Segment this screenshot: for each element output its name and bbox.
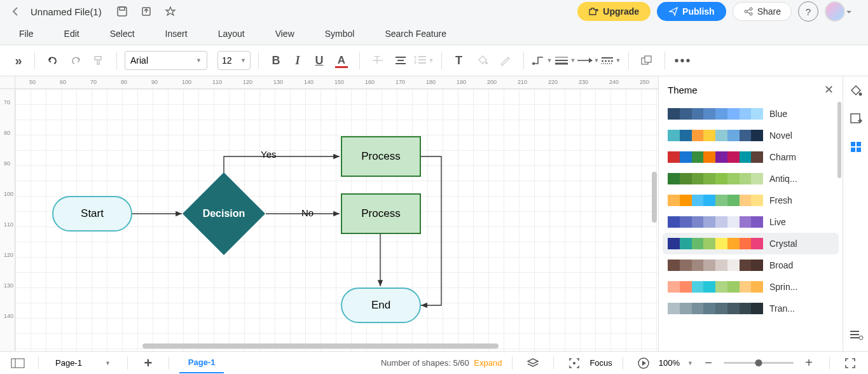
theme-item-label: Charm — [769, 152, 796, 162]
close-icon[interactable]: ✕ — [824, 83, 834, 97]
share-button[interactable]: Share — [733, 2, 792, 21]
theme-item-tran[interactable]: Tran... — [663, 298, 839, 319]
zoom-slider[interactable] — [724, 362, 794, 364]
vertical-scrollbar[interactable] — [652, 172, 657, 223]
font-color-button[interactable]: A — [331, 50, 352, 71]
svg-point-3 — [745, 10, 747, 13]
arrow-style-button[interactable]: ▼ — [577, 50, 598, 71]
theme-item-broad[interactable]: Broad — [663, 254, 839, 276]
theme-item-novel[interactable]: Novel — [663, 125, 839, 146]
menu-layout[interactable]: Layout — [218, 29, 245, 39]
more-button[interactable]: ••• — [673, 50, 693, 71]
theme-item-blue[interactable]: Blue — [663, 103, 839, 125]
export-icon[interactable] — [140, 5, 153, 18]
shape-process-1[interactable]: Process — [341, 136, 421, 177]
menu-insert[interactable]: Insert — [165, 29, 188, 39]
save-icon[interactable] — [116, 5, 128, 18]
undo-button[interactable] — [43, 50, 63, 71]
line-weight-button[interactable]: ▼ — [555, 50, 575, 71]
apps-icon[interactable] — [848, 139, 864, 155]
upgrade-button[interactable]: Upgrade — [577, 2, 651, 21]
fullscreen-icon[interactable] — [840, 353, 860, 373]
presentation-icon[interactable] — [633, 353, 654, 373]
list-settings-icon[interactable] — [848, 327, 864, 343]
menu-file[interactable]: File — [19, 29, 34, 39]
shape-start[interactable]: Start — [52, 196, 132, 232]
svg-point-4 — [750, 8, 752, 10]
shape-process-2[interactable]: Process — [341, 193, 421, 234]
add-page-button[interactable]: + — [138, 353, 158, 373]
theme-item-crystal[interactable]: Crystal — [663, 233, 839, 254]
theme-item-label: Broad — [769, 260, 793, 270]
focus-icon[interactable] — [564, 353, 584, 373]
theme-item-label: Live — [769, 217, 786, 227]
theme-item-fresh[interactable]: Fresh — [663, 190, 839, 211]
theme-item-charm[interactable]: Charm — [663, 146, 839, 168]
redo-button[interactable] — [65, 50, 86, 71]
theme-item-live[interactable]: Live — [663, 211, 839, 233]
back-button[interactable] — [8, 4, 23, 19]
layers-icon[interactable] — [523, 353, 543, 373]
menu-view[interactable]: View — [275, 29, 294, 39]
shape-end[interactable]: End — [341, 287, 421, 323]
svg-point-41 — [573, 362, 575, 364]
expand-link[interactable]: Expand — [474, 358, 502, 368]
svg-rect-39 — [11, 359, 24, 368]
page-dropdown[interactable]: Page-1▼ — [49, 356, 117, 370]
line-spacing-button[interactable]: ▼ — [413, 50, 434, 71]
user-avatar[interactable] — [825, 1, 845, 22]
menu-select[interactable]: Select — [110, 29, 135, 39]
svg-rect-31 — [851, 142, 855, 146]
svg-rect-33 — [851, 148, 855, 152]
svg-point-29 — [858, 93, 862, 96]
export-settings-icon[interactable] — [848, 111, 864, 127]
theme-item-label: Fresh — [769, 195, 792, 205]
font-family-select[interactable]: Arial▼ — [125, 51, 207, 70]
connector-style-button[interactable]: ▼ — [532, 50, 552, 71]
menu-search-feature[interactable]: Search Feature — [385, 29, 446, 39]
line-color-button[interactable] — [495, 50, 516, 71]
svg-point-15 — [485, 62, 488, 64]
svg-rect-1 — [120, 7, 125, 10]
theme-item-label: Novel — [769, 130, 792, 141]
theme-item-sprin[interactable]: Sprin... — [663, 276, 839, 298]
expand-panel-button[interactable]: » — [6, 50, 27, 71]
pages-panel-icon[interactable] — [8, 353, 28, 373]
svg-text:T: T — [455, 54, 462, 67]
filename[interactable]: Unnamed File(1) — [31, 6, 102, 17]
horizontal-scrollbar[interactable] — [142, 343, 499, 349]
zoom-out-button[interactable]: − — [698, 353, 719, 373]
zoom-value[interactable]: 100% — [659, 358, 680, 368]
page-tab-1[interactable]: Page-1 — [179, 352, 224, 373]
edge-label-yes: Yes — [261, 149, 276, 160]
strikethrough-button[interactable]: T — [368, 50, 388, 71]
align-button[interactable] — [390, 50, 411, 71]
bold-button[interactable]: B — [266, 50, 286, 71]
line-dash-button[interactable]: ▼ — [600, 50, 621, 71]
text-tool-button[interactable]: T — [450, 50, 470, 71]
underline-button[interactable]: U — [310, 50, 329, 71]
publish-label: Publish — [682, 6, 715, 17]
bottom-bar: Page-1▼ + Page-1 Number of shapes: 5/60 … — [0, 351, 868, 374]
fill-color-button[interactable] — [472, 50, 493, 71]
font-size-select[interactable]: 12▼ — [217, 51, 251, 70]
help-button[interactable]: ? — [798, 1, 818, 22]
svg-point-16 — [532, 62, 535, 65]
zoom-in-button[interactable]: + — [799, 353, 819, 373]
publish-button[interactable]: Publish — [657, 2, 726, 21]
menu-edit[interactable]: Edit — [64, 29, 79, 39]
share-label: Share — [757, 6, 781, 17]
fill-bucket-icon[interactable] — [848, 83, 864, 99]
theme-item-label: Antiq... — [769, 174, 797, 184]
arrange-button[interactable] — [637, 50, 657, 71]
font-size-value: 12 — [222, 55, 232, 66]
focus-label[interactable]: Focus — [589, 358, 612, 368]
format-painter-button[interactable] — [88, 50, 109, 71]
canvas[interactable]: Start Decision Process Process End Yes N… — [15, 89, 658, 351]
star-icon[interactable] — [164, 5, 177, 18]
shape-decision[interactable]: Decision — [195, 184, 253, 243]
theme-item-antiq[interactable]: Antiq... — [663, 168, 839, 190]
theme-scrollbar[interactable] — [837, 102, 841, 178]
menu-symbol[interactable]: Symbol — [325, 29, 355, 39]
italic-button[interactable]: I — [288, 50, 307, 71]
